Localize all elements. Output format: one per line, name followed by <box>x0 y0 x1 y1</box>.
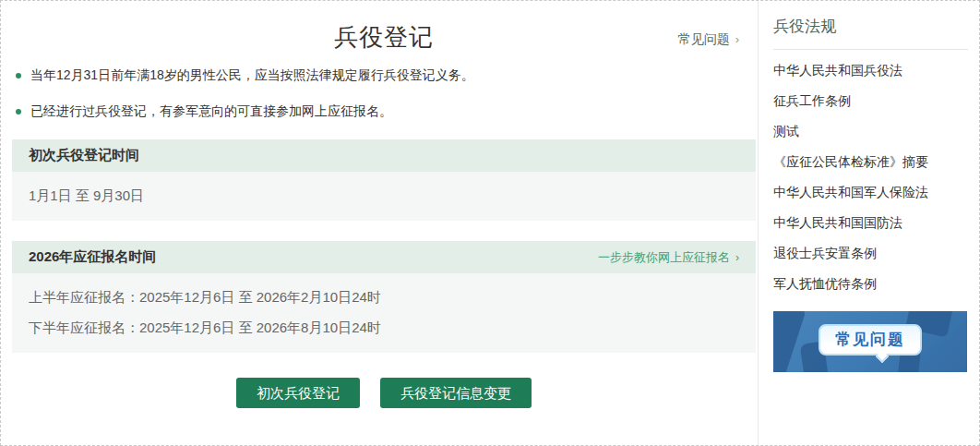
signup-tutorial-label: 一步步教你网上应征报名 <box>598 250 730 264</box>
chevron-right-icon: › <box>735 32 739 46</box>
section-initial-registration: 初次兵役登记时间 1月1日 至 9月30日 <box>12 139 756 221</box>
section-title: 初次兵役登记时间 <box>29 147 139 164</box>
notice-text: 已经进行过兵役登记，有参军意向的可直接参加网上应征报名。 <box>30 103 392 120</box>
sidebar-item-law[interactable]: 征兵工作条例 <box>773 86 968 116</box>
banner-silhouette-decoration <box>773 311 807 372</box>
military-registration-page: 兵役登记 常见问题› 当年12月31日前年满18岁的男性公民，应当按照法律规定履… <box>0 0 980 446</box>
bullet-dot-icon <box>16 73 21 78</box>
faq-banner-label: 常见问题 <box>819 324 922 356</box>
notice-list: 当年12月31日前年满18岁的男性公民，应当按照法律规定履行兵役登记义务。 已经… <box>12 67 756 120</box>
sidebar-item-law[interactable]: 中华人民共和国军人保险法 <box>773 177 968 208</box>
date-range-text: 1月1日 至 9月30日 <box>29 187 739 205</box>
law-list: 中华人民共和国兵役法 征兵工作条例 测试 《应征公民体检标准》摘要 中华人民共和… <box>773 55 968 299</box>
registration-info-change-button[interactable]: 兵役登记信息变更 <box>380 378 532 408</box>
sidebar-item-law[interactable]: 《应征公民体检标准》摘要 <box>773 147 968 177</box>
faq-link-label: 常见问题 <box>678 31 730 46</box>
notice-text: 当年12月31日前年满18岁的男性公民，应当按照法律规定履行兵役登记义务。 <box>30 67 474 84</box>
section-header: 初次兵役登记时间 <box>12 139 756 172</box>
sidebar-title: 兵役法规 <box>773 14 968 50</box>
first-half-signup-text: 上半年应征报名：2025年12月6日 至 2026年2月10日24时 <box>29 289 739 307</box>
faq-link[interactable]: 常见问题› <box>678 31 739 48</box>
sidebar-item-law[interactable]: 中华人民共和国国防法 <box>773 208 968 238</box>
sidebar-item-law[interactable]: 测试 <box>773 116 968 147</box>
action-button-row: 初次兵役登记 兵役登记信息变更 <box>12 378 756 408</box>
sidebar-item-law[interactable]: 军人抚恤优待条例 <box>773 269 968 299</box>
list-item: 当年12月31日前年满18岁的男性公民，应当按照法律规定履行兵役登记义务。 <box>12 67 756 84</box>
section-enlistment-signup: 2026年应征报名时间 一步步教你网上应征报名› 上半年应征报名：2025年12… <box>12 241 756 353</box>
section-title: 2026年应征报名时间 <box>29 248 156 266</box>
chevron-right-icon: › <box>735 251 739 264</box>
main-header: 兵役登记 常见问题› <box>12 1 756 58</box>
page-title: 兵役登记 <box>12 1 756 54</box>
sidebar-laws: 兵役法规 中华人民共和国兵役法 征兵工作条例 测试 《应征公民体检标准》摘要 中… <box>758 1 979 445</box>
sidebar-item-law[interactable]: 中华人民共和国兵役法 <box>773 55 968 86</box>
second-half-signup-text: 下半年应征报名：2025年12月6日 至 2026年8月10日24时 <box>29 319 739 337</box>
section-body: 1月1日 至 9月30日 <box>12 172 756 221</box>
main-content: 兵役登记 常见问题› 当年12月31日前年满18岁的男性公民，应当按照法律规定履… <box>1 1 758 445</box>
section-body: 上半年应征报名：2025年12月6日 至 2026年2月10日24时 下半年应征… <box>12 273 756 353</box>
list-item: 已经进行过兵役登记，有参军意向的可直接参加网上应征报名。 <box>12 103 756 120</box>
bullet-dot-icon <box>16 109 21 115</box>
section-header: 2026年应征报名时间 一步步教你网上应征报名› <box>12 241 756 273</box>
initial-registration-button[interactable]: 初次兵役登记 <box>236 378 360 408</box>
faq-banner[interactable]: 常见问题 <box>773 311 967 372</box>
signup-tutorial-link[interactable]: 一步步教你网上应征报名› <box>598 249 739 266</box>
sidebar-item-law[interactable]: 退役士兵安置条例 <box>773 238 968 269</box>
